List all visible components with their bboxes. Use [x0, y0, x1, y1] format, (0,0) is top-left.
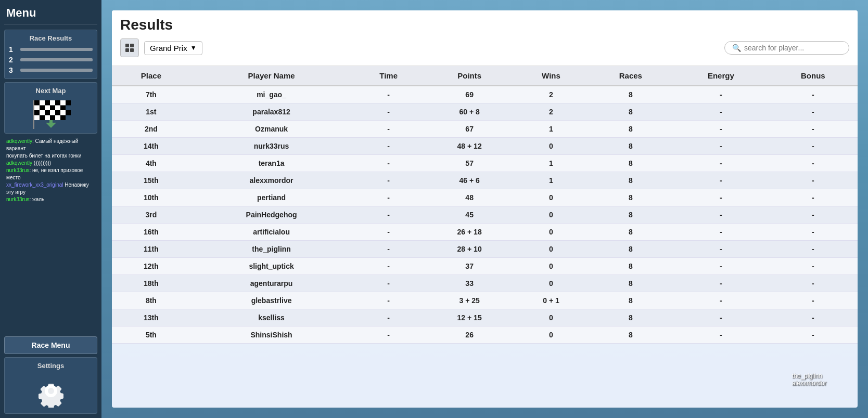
cell-energy: -	[673, 103, 769, 121]
results-table-wrap[interactable]: Place Player Name Time Points Wins Races…	[112, 66, 858, 408]
main-content: Results Grand Prix ▼	[101, 0, 868, 418]
search-input[interactable]	[744, 44, 841, 52]
table-row: 3rdPainHedgehog-4508--	[112, 206, 858, 224]
chat-line-5: место	[6, 174, 95, 181]
cell-points: 67	[425, 121, 514, 138]
table-row: 8thglebastrlive-3 + 250 + 18--	[112, 292, 858, 309]
cell-wins: 1	[514, 172, 588, 189]
race-result-bar-1	[20, 48, 93, 51]
cell-place: 7th	[112, 86, 190, 103]
cell-points: 28 + 10	[425, 241, 514, 258]
chevron-down-icon: ▼	[190, 44, 197, 51]
cell-points: 37	[425, 258, 514, 275]
table-row: 18thagenturarpu-3308--	[112, 275, 858, 292]
cell-time: -	[352, 155, 425, 172]
cell-energy: -	[673, 138, 769, 155]
cell-place: 12th	[112, 258, 190, 275]
cell-time: -	[352, 172, 425, 189]
col-player: Player Name	[190, 66, 352, 86]
race-results-card: Race Results 1 2 3	[4, 30, 97, 79]
cell-races: 8	[588, 206, 673, 224]
cell-player: alexxmordor	[190, 172, 352, 189]
table-row: 15thalexxmordor-46 + 618--	[112, 172, 858, 189]
svg-rect-2	[34, 100, 40, 106]
cell-energy: -	[673, 326, 769, 344]
race-result-item-1: 1	[9, 45, 93, 54]
cell-bonus: -	[769, 138, 858, 155]
cell-player: agenturarpu	[190, 275, 352, 292]
table-row: 1stparalax812-60 + 828--	[112, 103, 858, 121]
cell-time: -	[352, 258, 425, 275]
chat-line-6: xx_firework_xx3_original Ненавижу	[6, 181, 95, 189]
cell-time: -	[352, 103, 425, 121]
cell-points: 57	[425, 155, 514, 172]
cell-player: kselliss	[190, 309, 352, 326]
table-row: 5thShinsiShish-2608--	[112, 326, 858, 344]
settings-card[interactable]: Settings	[4, 357, 97, 414]
cell-races: 8	[588, 309, 673, 326]
svg-rect-19	[130, 44, 134, 47]
cell-energy: -	[673, 121, 769, 138]
cell-place: 11th	[112, 241, 190, 258]
cell-bonus: -	[769, 258, 858, 275]
table-row: 11ththe_piglinn-28 + 1008--	[112, 241, 858, 258]
race-result-bar-3	[20, 69, 93, 72]
menu-title: Menu	[4, 4, 97, 24]
view-toggle-button[interactable]	[120, 38, 139, 57]
cell-energy: -	[673, 292, 769, 309]
settings-gear-icon	[33, 373, 69, 409]
cell-races: 8	[588, 138, 673, 155]
cell-bonus: -	[769, 241, 858, 258]
cell-points: 12 + 15	[425, 309, 514, 326]
results-toolbar: Grand Prix ▼ 🔍	[120, 38, 849, 57]
cell-time: -	[352, 275, 425, 292]
cell-player: ShinsiShish	[190, 326, 352, 344]
cell-player: nurk33rus	[190, 138, 352, 155]
cell-races: 8	[588, 172, 673, 189]
cell-energy: -	[673, 224, 769, 241]
col-points: Points	[425, 66, 514, 86]
chat-line-8: nurk33rus: жаль	[6, 196, 95, 203]
col-time: Time	[352, 66, 425, 86]
table-header-row: Place Player Name Time Points Wins Races…	[112, 66, 858, 86]
next-map-card: Next Map	[4, 82, 97, 134]
cell-player: glebastrlive	[190, 292, 352, 309]
col-wins: Wins	[514, 66, 588, 86]
cell-place: 18th	[112, 275, 190, 292]
race-menu-label: Race Menu	[32, 341, 70, 349]
results-tbody: 7thmi_gao_-6928--1stparalax812-60 + 828-…	[112, 86, 858, 344]
svg-rect-13	[40, 115, 45, 121]
cell-bonus: -	[769, 121, 858, 138]
cell-place: 3rd	[112, 206, 190, 224]
results-title: Results	[120, 17, 849, 33]
cell-bonus: -	[769, 206, 858, 224]
svg-rect-11	[55, 110, 60, 115]
table-row: 10thpertiand-4808--	[112, 189, 858, 206]
race-menu-button[interactable]: Race Menu	[4, 336, 97, 354]
cell-time: -	[352, 241, 425, 258]
table-row: 16thartificialou-26 + 1808--	[112, 224, 858, 241]
filter-dropdown[interactable]: Grand Prix ▼	[144, 41, 202, 55]
cell-energy: -	[673, 172, 769, 189]
chat-line-7: эту игру	[6, 189, 95, 196]
cell-points: 69	[425, 86, 514, 103]
col-energy: Energy	[673, 66, 769, 86]
cell-time: -	[352, 309, 425, 326]
cell-place: 14th	[112, 138, 190, 155]
table-row: 4thteran1a-5718--	[112, 155, 858, 172]
cell-bonus: -	[769, 155, 858, 172]
cell-energy: -	[673, 155, 769, 172]
svg-rect-10	[45, 110, 50, 115]
svg-rect-3	[45, 100, 50, 106]
cell-points: 48	[425, 189, 514, 206]
cell-wins: 0	[514, 275, 588, 292]
cell-races: 8	[588, 121, 673, 138]
cell-races: 8	[588, 326, 673, 344]
svg-rect-9	[34, 110, 40, 115]
cell-wins: 1	[514, 155, 588, 172]
cell-bonus: -	[769, 189, 858, 206]
cell-bonus: -	[769, 309, 858, 326]
cell-energy: -	[673, 206, 769, 224]
filter-label: Grand Prix	[150, 44, 187, 53]
cell-points: 46 + 6	[425, 172, 514, 189]
